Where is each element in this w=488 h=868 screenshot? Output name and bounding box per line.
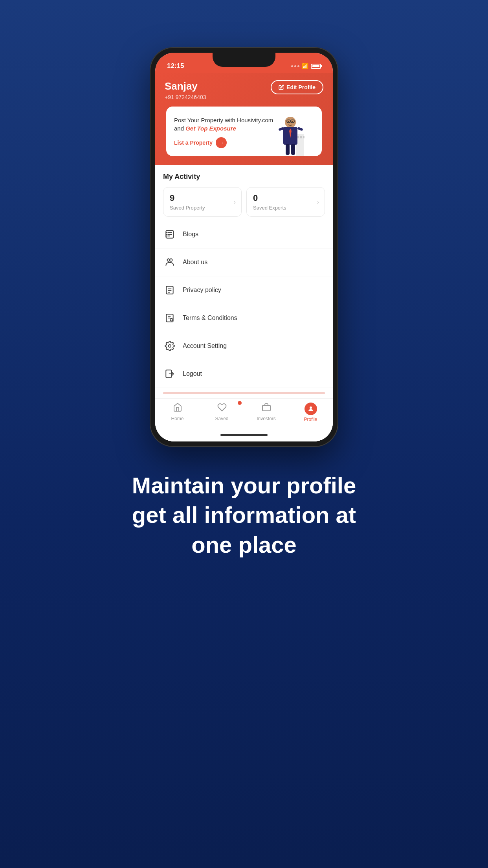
user-name: Sanjay [165, 80, 206, 92]
signal-dots [291, 65, 299, 67]
svg-rect-37 [262, 405, 270, 411]
promo-card: Post Your Property with Housivity.com an… [166, 107, 322, 156]
profile-nav-icon [305, 403, 317, 415]
phone-body: 12:15 📶 Sanjay [150, 47, 338, 447]
menu-item-logout[interactable]: Logout [155, 360, 333, 388]
saved-nav-label: Saved [215, 416, 228, 421]
svg-point-23 [167, 259, 170, 261]
battery-icon [311, 64, 321, 69]
list-property-label: List a Property [174, 140, 213, 146]
promo-illustration [275, 114, 314, 150]
svg-rect-9 [286, 144, 290, 155]
profile-header: Sanjay +91 9724246403 Edit Profile [155, 73, 333, 165]
tagline-line2: get all information at [132, 502, 356, 528]
svg-rect-3 [303, 136, 305, 138]
status-time: 12:15 [167, 62, 184, 70]
menu-item-account-setting[interactable]: Account Setting [155, 332, 333, 360]
logout-label: Logout [183, 370, 202, 377]
promo-title: Post Your Property with Housivity.com an… [174, 116, 275, 132]
saved-badge [238, 401, 242, 405]
logout-icon [163, 367, 176, 381]
about-us-icon [163, 256, 176, 269]
svg-point-34 [169, 345, 171, 348]
nav-item-home[interactable]: Home [162, 403, 193, 422]
promo-highlight: Get Top Exposure [185, 125, 236, 132]
home-nav-label: Home [171, 416, 183, 421]
nav-item-investors[interactable]: Investors [251, 403, 282, 422]
account-setting-label: Account Setting [183, 342, 227, 349]
svg-line-31 [170, 318, 171, 319]
menu-item-terms[interactable]: Terms & Conditions [155, 304, 333, 332]
account-setting-icon [163, 339, 176, 353]
menu-item-blogs[interactable]: Blogs [155, 221, 333, 248]
tagline-line3: one place [191, 532, 297, 557]
svg-point-22 [166, 235, 167, 237]
activity-cards: 9 Saved Property › 0 Saved Experts › [163, 187, 325, 217]
saved-experts-count: 0 [253, 193, 318, 203]
svg-point-21 [166, 234, 167, 235]
saved-property-arrow-icon: › [234, 199, 236, 206]
activity-title: My Activity [163, 173, 325, 181]
privacy-policy-label: Privacy policy [183, 287, 221, 294]
investors-nav-label: Investors [257, 416, 276, 421]
wifi-icon: 📶 [302, 63, 308, 69]
phone-screen: 12:15 📶 Sanjay [155, 53, 333, 441]
saved-property-card[interactable]: 9 Saved Property › [163, 187, 242, 217]
edit-profile-label: Edit Profile [286, 84, 316, 90]
about-us-label: About us [183, 259, 207, 266]
notch [213, 53, 275, 67]
profile-avatar [305, 403, 317, 415]
svg-point-12 [292, 121, 293, 122]
terms-label: Terms & Conditions [183, 314, 237, 322]
svg-point-24 [170, 259, 172, 261]
saved-experts-label: Saved Experts [253, 205, 318, 211]
tagline-line1: Maintain your profile [132, 473, 356, 498]
home-indicator [220, 434, 268, 436]
nav-item-saved[interactable]: Saved [206, 403, 238, 422]
bottom-navigation: Home Saved [155, 398, 333, 430]
promo-text: Post Your Property with Housivity.com an… [174, 116, 275, 148]
saved-property-count: 9 [170, 193, 235, 203]
blogs-label: Blogs [183, 231, 198, 238]
saved-experts-arrow-icon: › [317, 199, 319, 206]
saved-property-label: Saved Property [170, 205, 235, 211]
svg-rect-10 [291, 144, 295, 155]
svg-point-20 [166, 232, 167, 233]
home-indicator-bar [155, 430, 333, 441]
svg-rect-8 [297, 127, 303, 131]
active-indicator-bar [163, 392, 325, 394]
list-property-button[interactable]: List a Property → [174, 137, 275, 148]
nav-item-profile[interactable]: Profile [295, 403, 327, 422]
menu-item-privacy-policy[interactable]: Privacy policy [155, 276, 333, 304]
user-phone: +91 9724246403 [165, 94, 206, 100]
tagline-section: Maintain your profile get all informatio… [101, 471, 387, 559]
list-arrow-icon: → [216, 137, 227, 148]
menu-list: Blogs About us [155, 221, 333, 388]
terms-icon [163, 311, 176, 325]
activity-section: My Activity 9 Saved Property › 0 Saved E… [155, 165, 333, 221]
home-icon [173, 403, 182, 414]
svg-rect-1 [297, 136, 299, 138]
tagline-text: Maintain your profile get all informatio… [132, 471, 356, 559]
investors-icon [262, 403, 271, 414]
user-info: Sanjay +91 9724246403 [165, 80, 206, 100]
profile-nav-label: Profile [304, 417, 317, 422]
edit-profile-button[interactable]: Edit Profile [271, 80, 323, 94]
saved-icon [217, 403, 227, 414]
menu-item-about-us[interactable]: About us [155, 248, 333, 276]
privacy-policy-icon [163, 283, 176, 297]
saved-experts-card[interactable]: 0 Saved Experts › [246, 187, 325, 217]
svg-rect-25 [166, 286, 173, 294]
svg-point-11 [288, 121, 289, 122]
phone-frame: 12:15 📶 Sanjay [150, 47, 338, 447]
svg-point-38 [310, 406, 312, 409]
main-content: My Activity 9 Saved Property › 0 Saved E… [155, 165, 333, 441]
svg-rect-2 [300, 136, 302, 138]
status-icons: 📶 [291, 63, 321, 69]
blogs-icon [163, 228, 176, 241]
